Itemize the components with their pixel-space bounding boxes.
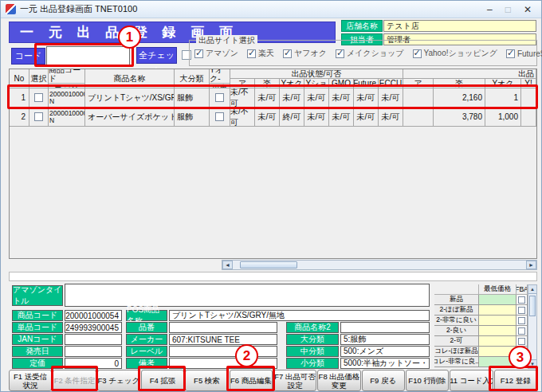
col-header-rank: ランク (49, 83, 84, 89)
status-col-header: Yショ (304, 79, 329, 88)
vscrollbar-thumb[interactable] (529, 296, 536, 316)
code-input[interactable] (46, 46, 130, 65)
function-key-f8[interactable]: F8 出品価格変更 (317, 370, 360, 391)
scroll-up-icon[interactable]: ▲ (528, 285, 536, 294)
function-key-f5[interactable]: F5 検索 (185, 370, 228, 391)
function-key-f9[interactable]: F9 戻る (362, 370, 405, 391)
form-label-定価: 定価 (12, 358, 63, 369)
function-key-f7[interactable]: F7 出品可否設定 (273, 370, 316, 391)
maximize-button[interactable]: □ (505, 5, 511, 14)
scroll-left-icon[interactable]: ◄ (222, 261, 233, 269)
row-relist-checkbox[interactable] (215, 112, 224, 121)
row-status-cell: 未/可 (255, 88, 280, 108)
form-label-商品コード: 商品コード (12, 310, 63, 321)
form-field-中分類[interactable]: 500:メンズ (340, 346, 430, 357)
message-bar (9, 272, 537, 281)
form-field-小分類[interactable]: 5000:半袖カットソー・タンク (340, 358, 430, 369)
row-relist-cell[interactable] (210, 88, 230, 108)
site-checkbox-icon[interactable] (194, 49, 203, 58)
function-key-f6[interactable]: F6 商品編集 (230, 370, 273, 391)
row-status-cell: 未/可 (354, 88, 379, 108)
site-checkbox-icon[interactable] (336, 49, 344, 58)
site-select-title: 出品サイト選択 (196, 35, 257, 46)
row-select-checkbox[interactable] (34, 93, 43, 102)
group-header-listing-status: 出品状態/可否 (230, 69, 403, 79)
form-field-品番[interactable] (169, 322, 277, 333)
row-select-checkbox[interactable] (34, 112, 43, 121)
cond-price-field[interactable] (479, 326, 516, 336)
form-field-JANコード[interactable] (65, 334, 122, 345)
cond-row-label: 2-良い (434, 326, 479, 336)
row-select-cell[interactable] (29, 88, 49, 108)
cond-fba-checkbox[interactable] (518, 307, 525, 314)
horizontal-scrollbar[interactable]: ◄ ► (222, 260, 537, 270)
site-checkbox-2[interactable]: 楽天 (247, 48, 274, 59)
function-key-f4[interactable]: F4 拡張 (141, 370, 184, 391)
function-key-label: F4 拡張 (150, 376, 176, 385)
annotation-circle-3: 3 (509, 346, 532, 369)
site-checkbox-3[interactable]: ヤフオク (283, 48, 327, 59)
form-field-レーベル[interactable] (169, 346, 277, 357)
cond-price-field[interactable] (479, 316, 516, 326)
cond-fba-checkbox[interactable] (518, 317, 525, 324)
cond-price-field[interactable] (479, 295, 516, 305)
form-field-定価[interactable]: 0 (65, 358, 122, 369)
cond-fba-cell (516, 326, 528, 336)
function-key-f11[interactable]: F11 コード入力 (450, 370, 493, 391)
amazon-title-label: アマゾンタイトル (12, 285, 63, 306)
site-label: ヤフオク (294, 48, 327, 59)
function-key-label: F3 チェック (98, 376, 140, 385)
minimize-button[interactable]: – (487, 5, 493, 14)
function-key-f12[interactable]: F12 登録 (494, 370, 537, 391)
form-field-商品コード[interactable]: 200001000054 (65, 310, 122, 321)
row-relist-cell[interactable] (210, 108, 230, 127)
group-header-listing: 出品 (403, 69, 536, 79)
site-checkbox-1[interactable]: アマゾン (194, 48, 238, 59)
function-key-f1[interactable]: F1 送受信状況 (9, 370, 52, 391)
cond-header-blank (434, 284, 479, 295)
row-listing-cell (521, 88, 536, 108)
cond-price-field[interactable] (479, 305, 516, 316)
site-checkbox-icon[interactable] (247, 49, 256, 58)
site-checkbox-4[interactable]: メイクショップ (336, 48, 404, 59)
row-relist-checkbox[interactable] (215, 93, 224, 102)
form-field-商品名称2[interactable] (340, 322, 430, 333)
cond-row-label: コレ-ほぼ新品 (434, 347, 479, 357)
row-status-cell: 未/可 (354, 108, 379, 127)
scrollbar-thumb[interactable] (240, 261, 297, 269)
store-name-value: テスト店 (383, 20, 536, 32)
site-checkbox-icon[interactable] (413, 49, 422, 58)
form-field-発売日[interactable] (65, 346, 122, 357)
cond-fba-checkbox[interactable] (518, 338, 525, 345)
form-label-品番: 品番 (126, 322, 167, 333)
form-field-単品コード[interactable]: 249993900045 (65, 322, 122, 333)
row-select-cell[interactable] (29, 108, 49, 127)
site-checkbox-5[interactable]: Yahoo!ショッピング (413, 48, 497, 59)
row-product-name: オーバーサイズポケットT... (85, 108, 175, 127)
scroll-right-icon[interactable]: ► (526, 261, 536, 269)
form-field-大分類[interactable]: 5:服飾 (340, 334, 430, 345)
check-all-button[interactable]: 全チェック (136, 47, 177, 64)
cond-fba-checkbox[interactable] (518, 327, 525, 335)
cond-price-field[interactable] (479, 336, 516, 347)
amazon-title-field[interactable] (65, 284, 430, 307)
function-key-label: F6 商品編集 (230, 376, 272, 385)
site-checkbox-icon[interactable] (506, 49, 515, 58)
cond-fba-checkbox[interactable] (518, 296, 525, 304)
row-code-cell: 200001000076N (49, 108, 85, 127)
form-field-備考[interactable] (169, 358, 277, 369)
row-code: 200001000076 (49, 110, 85, 117)
site-checkbox-icon[interactable] (283, 49, 292, 58)
row-listing-cell (403, 88, 434, 108)
row-category: 服飾 (175, 88, 210, 108)
close-button[interactable]: ✕ (524, 5, 532, 14)
store-name-label: 店舗名称 (341, 20, 383, 32)
listing-col-header: Yオク (485, 79, 521, 88)
form-field-メーカー[interactable]: 607:KITSUNE TEE (169, 334, 277, 345)
form-field-POS商品名称[interactable]: プリントTシャツ/XS/GRY/無地 (169, 310, 430, 321)
function-key-f10[interactable]: F10 行削除 (406, 370, 449, 391)
title-bar: 一元 出品登録画面 TNET0100 – □ ✕ (1, 1, 541, 18)
col-header-category: 大分類 (175, 69, 210, 88)
function-key-f3[interactable]: F3 チェック (97, 370, 140, 391)
site-checkbox-6[interactable]: FutureShop2 (506, 49, 542, 58)
